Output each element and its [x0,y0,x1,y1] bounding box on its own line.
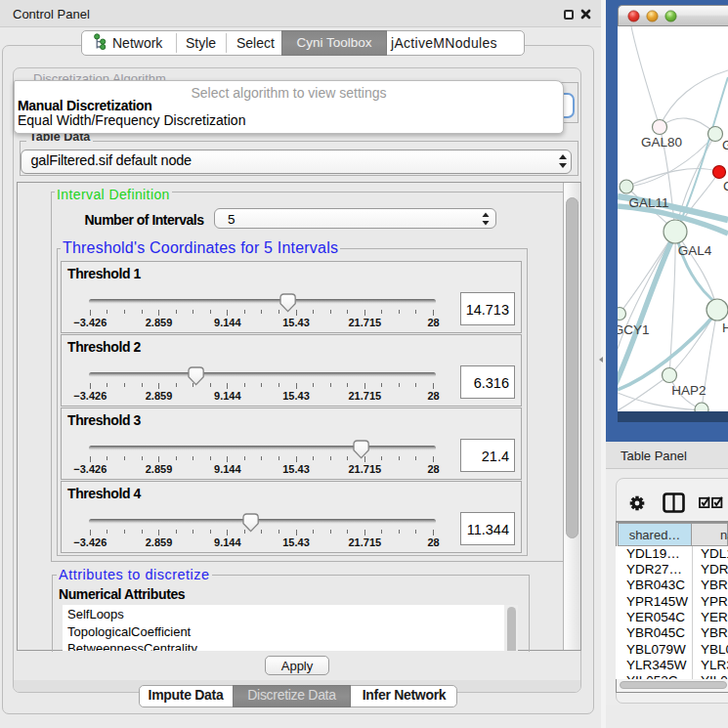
svg-text:GAL11: GAL11 [628,195,668,210]
svg-text:HAP2: HAP2 [671,383,706,398]
svg-text:GAL80: GAL80 [641,135,682,150]
svg-text:GAL4: GAL4 [678,243,712,258]
svg-text:H: H [722,321,728,335]
svg-text:GCY1: GCY1 [618,322,649,337]
svg-text:C: C [723,179,728,193]
svg-text:GAL: GAL [722,138,728,152]
